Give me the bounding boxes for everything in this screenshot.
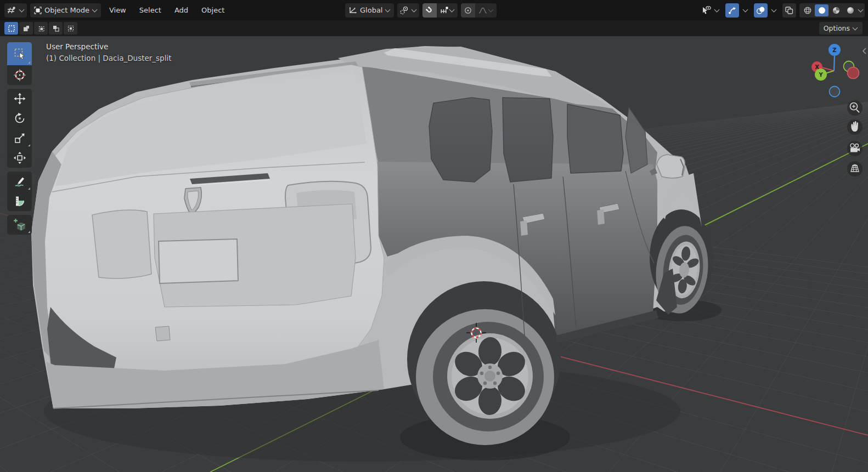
overlays-dropdown[interactable] — [769, 3, 779, 18]
menu-add[interactable]: Add — [170, 3, 193, 18]
show-gizmo-toggle[interactable] — [725, 3, 739, 18]
mode-label: Object Mode — [44, 6, 89, 14]
menu-select[interactable]: Select — [134, 3, 166, 18]
chevron-down-icon — [488, 7, 494, 12]
tool-add-cube[interactable] — [7, 215, 32, 235]
select-mode-extend[interactable] — [19, 22, 33, 35]
chevron-down-icon — [858, 7, 864, 12]
snap-increment-icon — [439, 6, 449, 15]
cursor-tool-icon — [13, 69, 26, 82]
orthographic-toggle-button[interactable] — [847, 161, 863, 177]
xray-squares-icon — [785, 6, 794, 15]
show-overlays-toggle[interactable] — [754, 3, 768, 18]
object-mode-icon — [33, 6, 42, 15]
proportional-edit-group — [461, 3, 497, 18]
blender-window: { "palette": { "accent": "#4772b3", "hea… — [0, 0, 868, 472]
chevron-down-icon — [412, 7, 417, 12]
chevron-down-icon — [853, 25, 858, 30]
axis-x-label: X — [815, 64, 819, 70]
select-box-icon — [14, 48, 26, 60]
editor-type-button[interactable] — [4, 3, 27, 18]
viewport-3d[interactable]: User Perspective (1) Collection | Dacia_… — [0, 36, 868, 472]
zoom-button[interactable] — [847, 100, 863, 116]
rotate-icon — [14, 112, 26, 124]
axis-gizmo[interactable]: X Y Z — [811, 44, 859, 97]
chevron-down-icon — [714, 7, 720, 12]
overlays-spheres-icon — [756, 6, 765, 15]
proportional-circle-icon — [464, 6, 472, 15]
proportional-edit-toggle[interactable] — [461, 3, 475, 18]
add-cube-icon — [13, 218, 26, 231]
tool-scale[interactable] — [7, 128, 32, 148]
show-object-types-button[interactable] — [699, 3, 722, 18]
toggle-xray-button[interactable] — [782, 3, 796, 18]
gizmo-dropdown[interactable] — [740, 3, 751, 18]
chevron-down-icon — [743, 7, 748, 12]
3d-viewport-editor-icon — [7, 6, 16, 15]
annotate-pen-icon — [14, 175, 26, 187]
measure-icon — [14, 195, 26, 207]
rear-wheel — [416, 309, 554, 445]
chevron-down-icon — [19, 7, 25, 12]
visibility-pointer-eye-icon — [701, 5, 712, 15]
tool-select-box[interactable] — [7, 42, 32, 65]
scene-canvas[interactable] — [0, 36, 868, 472]
tool-move[interactable] — [7, 89, 32, 109]
camera-view-button[interactable] — [847, 141, 863, 156]
options-dropdown[interactable]: Options — [819, 22, 863, 35]
sidebar-collapse-chevron[interactable] — [863, 48, 866, 54]
shading-mode-group — [799, 3, 865, 18]
pivot-point-dropdown[interactable] — [397, 3, 419, 18]
snapping-group — [422, 3, 458, 18]
axis-z-label: Z — [832, 47, 836, 53]
mode-selector[interactable]: Object Mode — [30, 3, 101, 18]
options-label: Options — [824, 24, 850, 32]
tool-annotate[interactable] — [7, 172, 32, 191]
solid-sphere-icon — [818, 6, 826, 15]
menu-object[interactable]: Object — [196, 3, 229, 18]
tool-settings-bar: Options — [0, 20, 868, 36]
toolbar — [7, 42, 32, 235]
tool-measure[interactable] — [7, 191, 32, 211]
select-mode-group — [4, 22, 77, 35]
magnet-icon — [425, 6, 434, 15]
chevron-down-icon — [385, 7, 391, 12]
gizmo-arc-arrow-icon — [728, 6, 737, 15]
pivot-point-icon — [399, 6, 409, 15]
orientation-axes-icon — [348, 6, 358, 15]
tool-rotate[interactable] — [7, 109, 32, 128]
orientation-label: Global — [360, 6, 382, 14]
shading-rendered-button[interactable] — [843, 4, 857, 16]
falloff-curve-icon — [478, 6, 488, 15]
select-mode-invert[interactable] — [49, 22, 63, 35]
transform-icon — [13, 151, 26, 164]
select-mode-set[interactable] — [4, 22, 18, 35]
navigation-controls: X Y Z — [800, 44, 867, 187]
shading-wireframe-button[interactable] — [801, 4, 814, 16]
snap-with-button[interactable] — [437, 3, 458, 18]
menu-view[interactable]: View — [104, 3, 131, 18]
chevron-down-icon — [92, 7, 97, 12]
pan-button[interactable] — [847, 120, 863, 135]
axis-neg-z-ball[interactable] — [830, 87, 840, 97]
shading-solid-button[interactable] — [815, 4, 828, 16]
proportional-falloff-button[interactable] — [475, 3, 497, 18]
tool-transform[interactable] — [7, 148, 32, 168]
scale-icon — [14, 132, 26, 144]
transform-orientation-dropdown[interactable]: Global — [345, 3, 394, 18]
chevron-down-icon — [771, 7, 777, 12]
rendered-sphere-icon — [846, 6, 855, 15]
material-sphere-icon — [832, 6, 841, 15]
select-mode-subtract[interactable] — [34, 22, 48, 35]
axis-neg-x-ball[interactable] — [848, 67, 859, 79]
select-mode-intersect[interactable] — [64, 22, 77, 35]
tool-cursor[interactable] — [7, 65, 32, 85]
shading-material-button[interactable] — [829, 4, 843, 16]
viewport-header: Object Mode View Select Add Object Globa… — [0, 0, 868, 20]
snap-toggle-button[interactable] — [422, 3, 437, 18]
move-icon — [14, 93, 26, 105]
axis-y-label: Y — [818, 72, 823, 78]
chevron-down-icon — [449, 7, 455, 12]
wireframe-globe-icon — [803, 6, 812, 15]
